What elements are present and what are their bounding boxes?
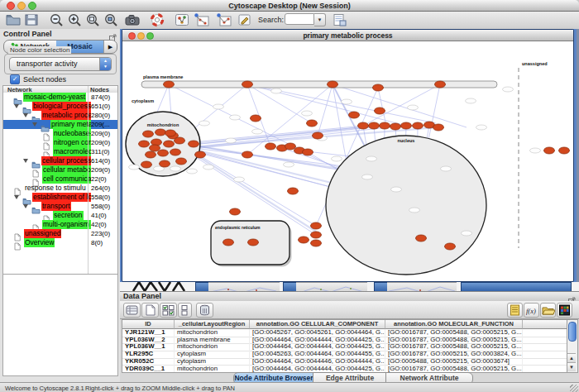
network-node[interactable] xyxy=(416,235,427,241)
tree-item-biological-process[interactable]: biological_process651(0) xyxy=(3,102,117,111)
network-node[interactable] xyxy=(433,124,444,131)
tree-item-nucleobase-co[interactable]: nucleobase-co209(0) xyxy=(3,129,117,138)
network-node[interactable] xyxy=(143,131,154,137)
tree-expander-icon[interactable] xyxy=(14,195,19,199)
network-window[interactable]: primary metabolic process plasma membran… xyxy=(122,30,573,281)
network-node[interactable] xyxy=(242,81,253,88)
network-node[interactable] xyxy=(170,149,181,155)
network-node[interactable] xyxy=(369,122,380,129)
scrollbar-thumb[interactable] xyxy=(568,322,577,342)
unselect-attributes-icon[interactable] xyxy=(178,303,192,318)
network-node[interactable] xyxy=(176,158,187,165)
tree-item-mosaic-demo-yeast[interactable]: mosaic-demo-yeast874(0) xyxy=(3,93,117,102)
network-node[interactable] xyxy=(164,141,175,147)
network-node[interactable] xyxy=(251,115,261,122)
column-header-1[interactable]: _cellularLayoutRegion xyxy=(175,320,250,329)
scroll-up-icon[interactable]: ▲ xyxy=(567,353,576,362)
network-node[interactable] xyxy=(156,129,166,136)
layout-tool-2-icon[interactable] xyxy=(215,12,232,27)
background-window-corner[interactable] xyxy=(195,282,209,291)
tree-item-transport[interactable]: transport558(0) xyxy=(3,202,117,211)
column-header-3[interactable]: annotation.GO MOLECULAR_FUNCTION xyxy=(385,320,523,329)
network-node[interactable] xyxy=(139,141,150,147)
tree-item-establishment-of-lo[interactable]: establishment of lo558(0) xyxy=(3,193,117,202)
resize-grip[interactable] xyxy=(570,385,578,392)
background-window-titlebar[interactable] xyxy=(461,282,572,291)
tree-item-macromolecule[interactable]: macromolecule311(0) xyxy=(3,147,117,156)
select-nodes-checkbox[interactable]: ✓ xyxy=(10,74,20,84)
network-node[interactable] xyxy=(313,132,323,139)
open-session-icon[interactable] xyxy=(5,12,22,27)
delete-attribute-icon[interactable] xyxy=(196,303,213,318)
network-node[interactable] xyxy=(223,239,234,246)
network-node[interactable] xyxy=(146,151,156,158)
network-node[interactable] xyxy=(559,147,570,154)
network-node[interactable] xyxy=(544,147,555,154)
tree-item-response-to-stimulu[interactable]: response to stimulu264(0) xyxy=(3,184,117,193)
tree-item-nitrogen-compou[interactable]: nitrogen compou209(0) xyxy=(3,138,117,147)
node-color-dropdown[interactable]: transporter activity ▲▼ xyxy=(9,57,112,71)
scroll-down-icon[interactable]: ▼ xyxy=(567,362,576,371)
network-node[interactable] xyxy=(311,222,322,229)
tree-item-metabolic-process[interactable]: metabolic process280(0) xyxy=(3,111,117,120)
zoom-selected-icon[interactable] xyxy=(103,12,119,27)
network-node[interactable] xyxy=(248,239,259,246)
network-node[interactable] xyxy=(373,84,384,91)
network-node[interactable] xyxy=(195,151,206,158)
background-window-corner[interactable] xyxy=(374,282,388,291)
import-attributes-icon[interactable] xyxy=(540,303,556,318)
network-node[interactable] xyxy=(150,145,160,151)
network-node[interactable] xyxy=(164,81,175,88)
network-node[interactable] xyxy=(230,208,241,215)
network-node[interactable] xyxy=(266,143,276,150)
snapshot-camera-icon[interactable] xyxy=(124,12,141,27)
network-node[interactable] xyxy=(299,237,309,243)
compartment-nucleus[interactable] xyxy=(326,136,486,275)
network-node[interactable] xyxy=(175,137,185,144)
tree-item-unassigned[interactable]: unassigned223(0) xyxy=(3,229,117,238)
new-attribute-icon[interactable] xyxy=(141,303,159,318)
network-node[interactable] xyxy=(242,151,253,158)
zoom-fit-icon[interactable] xyxy=(84,12,101,27)
tab-scroll-right-icon[interactable]: ▶ xyxy=(103,41,117,53)
zoom-in-icon[interactable] xyxy=(66,12,83,27)
network-node[interactable] xyxy=(401,122,412,129)
column-header-0[interactable]: ID xyxy=(122,320,175,329)
search-input[interactable] xyxy=(285,13,314,25)
float-panel-icon[interactable] xyxy=(109,30,117,37)
save-session-icon[interactable] xyxy=(23,12,40,27)
network-node[interactable] xyxy=(375,108,385,114)
browser-mode-icon[interactable] xyxy=(123,303,141,318)
graphics-details-icon[interactable] xyxy=(174,12,190,27)
network-node[interactable] xyxy=(311,240,322,246)
network-node[interactable] xyxy=(303,149,313,155)
network-node[interactable] xyxy=(435,81,446,88)
network-node[interactable] xyxy=(445,243,456,250)
network-node[interactable] xyxy=(285,143,296,150)
tree-item-cell-communicat[interactable]: cell communicat22(0) xyxy=(3,174,117,184)
background-window-corner[interactable] xyxy=(283,282,297,291)
table-scrollbar[interactable]: ▲ ▼ xyxy=(567,319,578,373)
background-window-edge[interactable] xyxy=(208,282,280,291)
tree-item-cellular-process[interactable]: cellular process614(0) xyxy=(3,156,117,165)
birds-eye-view[interactable] xyxy=(2,274,118,376)
network-node[interactable] xyxy=(358,122,369,129)
select-attributes-icon[interactable] xyxy=(160,303,177,318)
network-node[interactable] xyxy=(413,122,423,129)
tree-expander-icon[interactable] xyxy=(32,122,37,127)
tree-item-secretion[interactable]: secretion41(0) xyxy=(3,211,117,220)
network-node[interactable] xyxy=(349,112,360,118)
network-node[interactable] xyxy=(328,81,338,88)
function-builder-icon[interactable]: f(x) xyxy=(524,303,539,318)
network-window-titlebar[interactable]: primary metabolic process xyxy=(122,30,573,41)
import-table-icon[interactable] xyxy=(331,12,347,27)
network-node[interactable] xyxy=(158,150,169,156)
annotation-icon[interactable] xyxy=(237,12,253,27)
zoom-out-icon[interactable] xyxy=(48,12,65,27)
tree-expander-icon[interactable] xyxy=(23,204,28,208)
tree-expander-icon[interactable] xyxy=(23,159,28,163)
tree-item-primary-metabolic-p[interactable]: primary metabolic p209(... xyxy=(3,120,117,129)
tree-expander-icon[interactable] xyxy=(14,104,19,108)
network-node[interactable] xyxy=(141,161,152,168)
help-lifesaver-icon[interactable] xyxy=(149,12,165,27)
